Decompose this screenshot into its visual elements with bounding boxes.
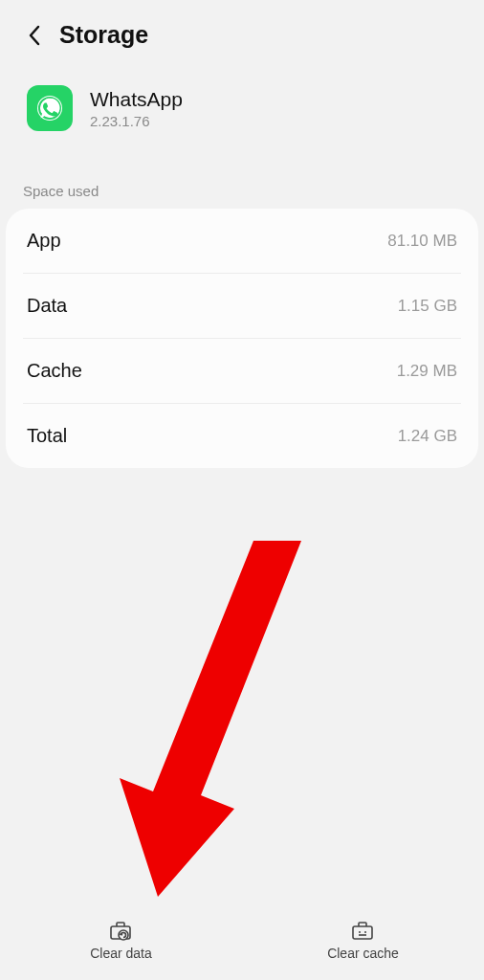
- svg-point-1: [119, 930, 128, 940]
- clear-cache-icon: [351, 919, 376, 942]
- row-app: App 81.10 MB: [23, 209, 461, 274]
- back-icon[interactable]: [27, 24, 42, 47]
- clear-cache-button[interactable]: Clear cache: [242, 900, 484, 980]
- clear-data-button[interactable]: Clear data: [0, 900, 242, 980]
- whatsapp-icon: [27, 85, 73, 131]
- row-label: App: [27, 230, 61, 252]
- page-title: Storage: [59, 21, 148, 49]
- row-total: Total 1.24 GB: [23, 404, 461, 468]
- row-label: Total: [27, 425, 67, 447]
- clear-data-icon: [109, 919, 134, 942]
- annotation-arrow: [110, 541, 320, 904]
- row-cache: Cache 1.29 MB: [23, 339, 461, 404]
- section-label: Space used: [0, 160, 484, 209]
- app-meta: WhatsApp 2.23.1.76: [90, 88, 183, 129]
- header: Storage: [0, 0, 484, 62]
- row-label: Data: [27, 295, 67, 317]
- button-label: Clear data: [90, 946, 152, 961]
- app-info: WhatsApp 2.23.1.76: [0, 62, 484, 160]
- row-value: 81.10 MB: [387, 232, 457, 251]
- row-value: 1.24 GB: [398, 427, 457, 446]
- row-value: 1.29 MB: [397, 362, 457, 381]
- row-data: Data 1.15 GB: [23, 274, 461, 339]
- button-label: Clear cache: [327, 946, 399, 961]
- app-version: 2.23.1.76: [90, 113, 183, 129]
- row-label: Cache: [27, 360, 82, 382]
- space-used-card: App 81.10 MB Data 1.15 GB Cache 1.29 MB …: [6, 209, 478, 468]
- app-name: WhatsApp: [90, 88, 183, 111]
- row-value: 1.15 GB: [398, 297, 457, 316]
- bottom-bar: Clear data Clear cache: [0, 900, 484, 980]
